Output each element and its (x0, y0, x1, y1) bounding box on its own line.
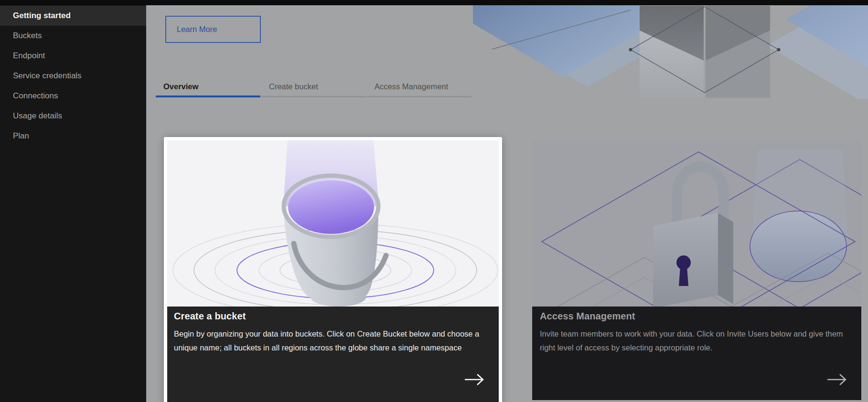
tab-access-management[interactable]: Access Management (367, 76, 472, 97)
create-bucket-card-title: Create a bucket (174, 311, 489, 322)
sidebar-item-getting-started[interactable]: Getting started (0, 6, 146, 26)
create-bucket-card-description: Begin by organizing your data into bucke… (174, 327, 482, 355)
create-bucket-card[interactable]: Create a bucket Begin by organizing your… (164, 137, 502, 402)
access-management-card-description: Invite team members to work with your da… (540, 327, 852, 355)
sidebar-item-service-credentials[interactable]: Service credentials (0, 66, 146, 86)
sidebar-item-buckets[interactable]: Buckets (0, 26, 146, 46)
sidebar-item-usage-details[interactable]: Usage details (0, 106, 146, 126)
tab-overview[interactable]: Overview (156, 76, 260, 97)
access-management-card-panel: Access Management Invite team members to… (532, 307, 861, 400)
tab-create-bucket[interactable]: Create bucket (261, 76, 366, 97)
access-management-card[interactable]: Access Management Invite team members to… (532, 140, 861, 400)
sidebar-item-connections[interactable]: Connections (0, 86, 146, 106)
padlock-illustration (532, 140, 861, 307)
sidebar-item-plan[interactable]: Plan (0, 126, 146, 146)
sidebar-item-endpoint[interactable]: Endpoint (0, 46, 146, 66)
arrow-right-icon[interactable] (463, 372, 485, 387)
tab-bar: Overview Create bucket Access Management (156, 76, 472, 97)
arrow-right-icon[interactable] (826, 372, 848, 387)
top-bar (0, 0, 868, 5)
bucket-illustration (167, 140, 499, 307)
cubes-illustration (473, 5, 868, 99)
sidebar: Getting started Buckets Endpoint Service… (0, 5, 146, 402)
learn-more-button[interactable]: Learn More (165, 16, 261, 43)
access-management-card-title: Access Management (540, 311, 852, 322)
create-bucket-card-panel: Create a bucket Begin by organizing your… (167, 307, 499, 402)
